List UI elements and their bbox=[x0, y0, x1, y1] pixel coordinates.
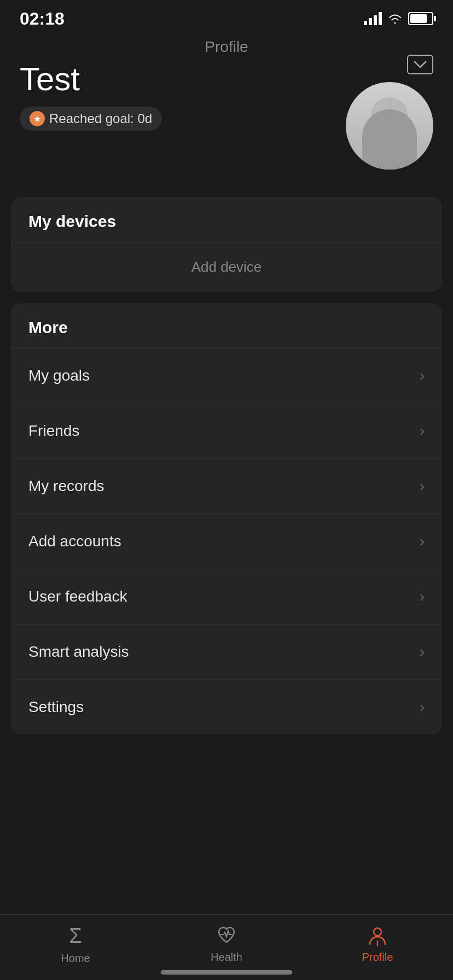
goal-text: Reached goal: 0d bbox=[49, 111, 152, 126]
status-icons bbox=[364, 12, 433, 25]
menu-label-my-goals: My goals bbox=[28, 367, 90, 384]
menu-item-friends[interactable]: Friends › bbox=[11, 404, 442, 459]
profile-tab-icon bbox=[367, 925, 388, 947]
avatar-container bbox=[346, 55, 433, 170]
tab-health-label: Health bbox=[211, 951, 242, 964]
header: Profile Test ★ Reached goal: 0d bbox=[0, 33, 453, 186]
home-tab-icon: Σ bbox=[69, 924, 82, 948]
avatar-edit-button[interactable] bbox=[407, 55, 433, 74]
status-time: 02:18 bbox=[20, 9, 65, 29]
tab-profile[interactable]: Profile bbox=[302, 925, 453, 964]
status-bar: 02:18 bbox=[0, 0, 453, 33]
chevron-right-icon: › bbox=[420, 698, 425, 716]
menu-item-add-accounts[interactable]: Add accounts › bbox=[11, 514, 442, 569]
chevron-right-icon: › bbox=[420, 643, 425, 661]
menu-label-friends: Friends bbox=[28, 422, 79, 440]
menu-label-settings: Settings bbox=[28, 698, 84, 716]
my-devices-title: My devices bbox=[11, 197, 442, 242]
menu-label-smart-analysis: Smart analysis bbox=[28, 643, 129, 661]
tab-health[interactable]: Health bbox=[151, 925, 302, 964]
menu-item-user-feedback[interactable]: User feedback › bbox=[11, 569, 442, 625]
header-left: Profile Test ★ Reached goal: 0d bbox=[20, 38, 346, 131]
menu-item-settings[interactable]: Settings › bbox=[11, 680, 442, 734]
menu-item-smart-analysis[interactable]: Smart analysis › bbox=[11, 625, 442, 680]
add-device-button[interactable]: Add device bbox=[11, 242, 442, 292]
home-indicator bbox=[161, 970, 292, 975]
goal-badge: ★ Reached goal: 0d bbox=[20, 107, 162, 131]
menu-label-my-records: My records bbox=[28, 477, 104, 495]
my-devices-card: My devices Add device bbox=[11, 197, 442, 292]
star-icon: ★ bbox=[30, 111, 45, 126]
menu-label-add-accounts: Add accounts bbox=[28, 533, 121, 550]
more-title: More bbox=[11, 303, 442, 348]
page-title: Profile bbox=[205, 38, 248, 56]
tab-profile-label: Profile bbox=[362, 951, 393, 964]
health-tab-icon bbox=[216, 925, 237, 947]
more-section: More My goals › Friends › My records › A… bbox=[11, 303, 442, 734]
user-name: Test bbox=[20, 60, 346, 98]
menu-item-my-goals[interactable]: My goals › bbox=[11, 348, 442, 404]
avatar[interactable] bbox=[346, 82, 433, 170]
menu-label-user-feedback: User feedback bbox=[28, 588, 127, 605]
tab-home[interactable]: Σ Home bbox=[0, 924, 151, 965]
chevron-right-icon: › bbox=[420, 422, 425, 440]
chevron-right-icon: › bbox=[420, 367, 425, 384]
chevron-right-icon: › bbox=[420, 533, 425, 550]
menu-item-my-records[interactable]: My records › bbox=[11, 459, 442, 514]
battery-icon bbox=[408, 12, 433, 25]
wifi-icon bbox=[387, 13, 403, 25]
chevron-right-icon: › bbox=[420, 588, 425, 605]
dropdown-icon bbox=[414, 60, 427, 69]
signal-icon bbox=[364, 12, 382, 25]
chevron-right-icon: › bbox=[420, 477, 425, 495]
svg-point-0 bbox=[374, 928, 381, 936]
tab-home-label: Home bbox=[61, 952, 90, 965]
